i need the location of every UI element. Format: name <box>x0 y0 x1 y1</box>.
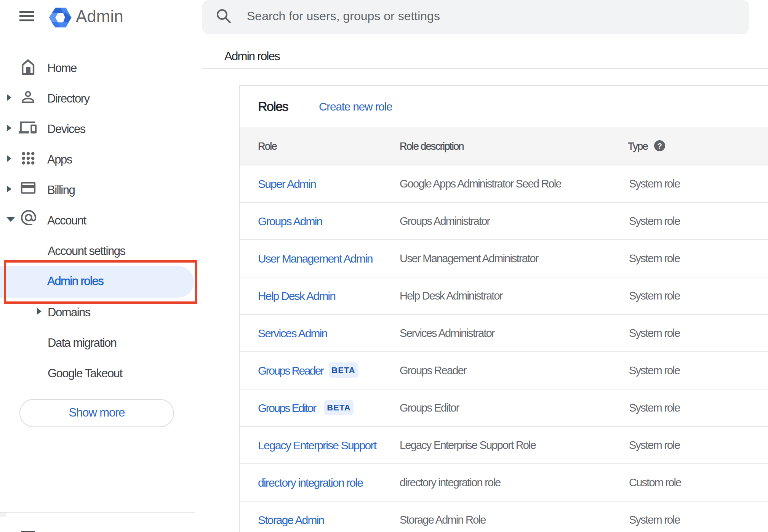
svg-text:?: ? <box>657 142 662 150</box>
